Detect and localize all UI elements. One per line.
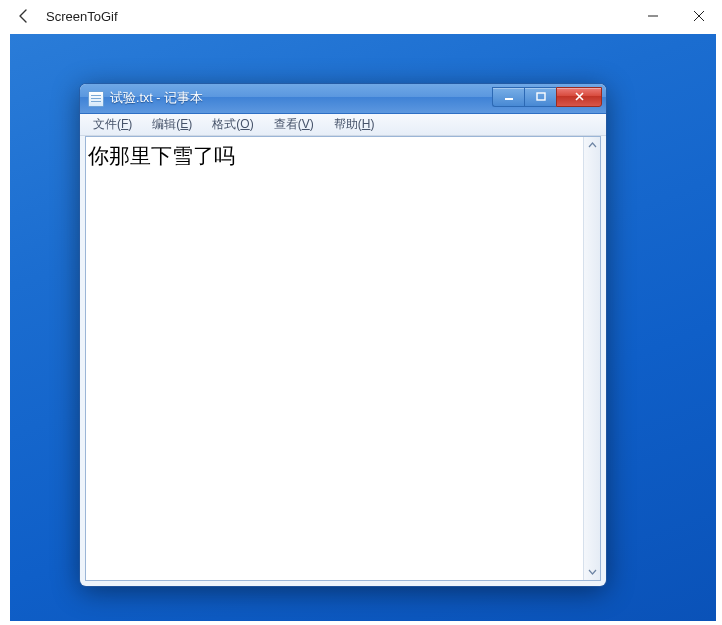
chevron-down-icon xyxy=(588,567,597,576)
outer-titlebar[interactable]: ScreenToGif xyxy=(0,0,722,32)
menu-help-label: 帮助 xyxy=(334,117,358,131)
outer-minimize-button[interactable] xyxy=(630,0,676,32)
notepad-window[interactable]: 试验.txt - 记事本 文件(F) 编辑(E) 格式(O) xyxy=(80,84,606,586)
chevron-up-icon xyxy=(588,141,597,150)
menu-edit[interactable]: 编辑(E) xyxy=(143,114,201,135)
menu-edit-accel: E xyxy=(180,117,188,131)
scroll-down-button[interactable] xyxy=(584,563,600,580)
menu-format-label: 格式 xyxy=(212,117,236,131)
menu-format[interactable]: 格式(O) xyxy=(203,114,262,135)
menu-edit-label: 编辑 xyxy=(152,117,176,131)
menu-view-accel: V xyxy=(302,117,310,131)
notepad-maximize-button[interactable] xyxy=(524,87,556,107)
menu-file-accel: F xyxy=(121,117,128,131)
notepad-window-controls xyxy=(492,87,602,107)
notepad-minimize-button[interactable] xyxy=(492,87,524,107)
arrow-left-icon xyxy=(16,8,32,24)
notepad-close-button[interactable] xyxy=(556,87,602,107)
outer-window-controls xyxy=(630,0,722,32)
minimize-icon xyxy=(648,11,658,21)
menu-file-label: 文件 xyxy=(93,117,117,131)
notepad-title: 试验.txt - 记事本 xyxy=(110,90,492,107)
svg-rect-1 xyxy=(537,93,545,100)
capture-area: 试验.txt - 记事本 文件(F) 编辑(E) 格式(O) xyxy=(10,34,716,621)
notepad-app-icon xyxy=(88,91,104,107)
screentogif-window: ScreenToGif 试验.txt - 记事本 xyxy=(0,0,722,625)
menu-help[interactable]: 帮助(H) xyxy=(325,114,384,135)
notepad-client-area: 你那里下雪了吗 xyxy=(85,136,601,581)
notepad-menubar: 文件(F) 编辑(E) 格式(O) 查看(V) 帮助(H) xyxy=(80,114,606,136)
menu-help-accel: H xyxy=(362,117,371,131)
menu-view[interactable]: 查看(V) xyxy=(265,114,323,135)
back-button[interactable] xyxy=(12,4,36,28)
notepad-text-area[interactable]: 你那里下雪了吗 xyxy=(86,137,583,580)
menu-format-accel: O xyxy=(240,117,249,131)
outer-window-title: ScreenToGif xyxy=(46,9,630,24)
menu-file[interactable]: 文件(F) xyxy=(84,114,141,135)
outer-close-button[interactable] xyxy=(676,0,722,32)
scroll-up-button[interactable] xyxy=(584,137,600,154)
close-icon xyxy=(694,11,704,21)
notepad-vertical-scrollbar[interactable] xyxy=(583,137,600,580)
notepad-titlebar[interactable]: 试验.txt - 记事本 xyxy=(80,84,606,114)
svg-rect-0 xyxy=(505,98,513,100)
menu-view-label: 查看 xyxy=(274,117,298,131)
maximize-icon xyxy=(536,92,546,101)
minimize-icon xyxy=(504,93,514,101)
close-icon xyxy=(574,92,585,101)
